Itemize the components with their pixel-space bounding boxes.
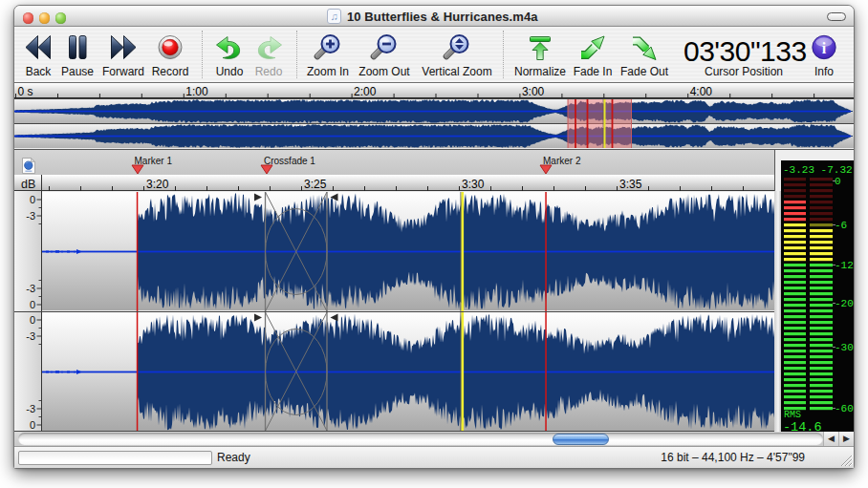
svg-text:3:25: 3:25 <box>304 178 327 191</box>
svg-text:-6: -6 <box>835 220 847 231</box>
svg-text:-60: -60 <box>835 403 854 414</box>
svg-text:-20: -20 <box>835 298 854 309</box>
svg-text:0: 0 <box>30 299 35 310</box>
svg-text:-30: -30 <box>835 342 854 353</box>
svg-text:i: i <box>822 40 827 56</box>
svg-text:-3: -3 <box>26 210 35 222</box>
svg-text:0 s: 0 s <box>18 85 33 98</box>
svg-text:3:35: 3:35 <box>619 178 642 191</box>
svg-text:-12: -12 <box>835 260 854 271</box>
svg-text:3:30: 3:30 <box>462 178 485 191</box>
svg-text:♫: ♫ <box>330 11 337 22</box>
svg-text:0: 0 <box>30 419 35 431</box>
svg-text:-3: -3 <box>26 283 35 294</box>
svg-text:0: 0 <box>30 314 35 326</box>
svg-text:0: 0 <box>30 194 35 205</box>
svg-text:1:00: 1:00 <box>185 85 208 98</box>
svg-text:3:20: 3:20 <box>146 178 169 191</box>
svg-text:2:00: 2:00 <box>354 85 377 98</box>
svg-text:3:00: 3:00 <box>522 85 545 98</box>
svg-text:-3: -3 <box>26 403 35 414</box>
svg-text:-3: -3 <box>26 330 35 342</box>
svg-text:4:00: 4:00 <box>690 85 713 98</box>
